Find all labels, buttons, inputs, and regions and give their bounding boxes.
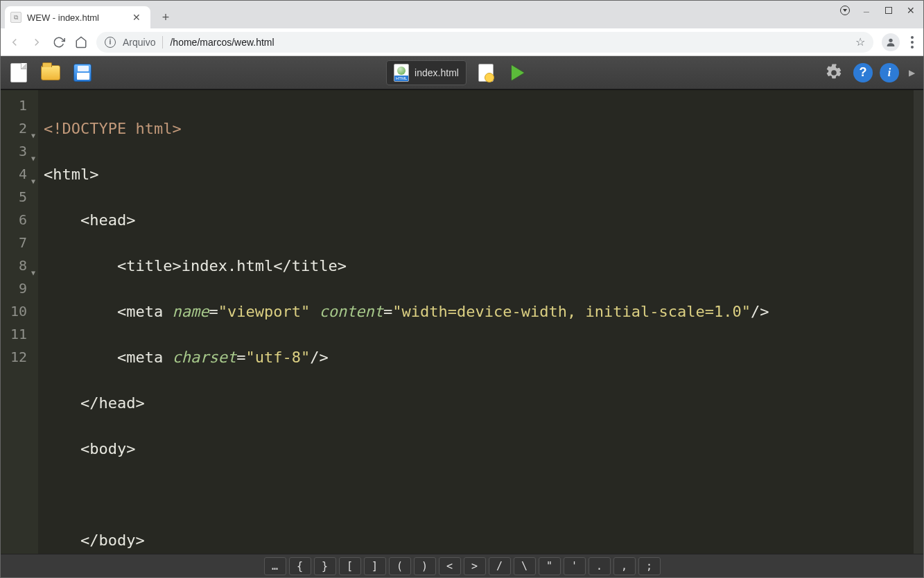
code-token: charset (172, 349, 236, 366)
line-number: 7 (1, 231, 35, 254)
symbol-button[interactable]: > (464, 557, 486, 575)
code-token: <!DOCTYPE html> (44, 120, 182, 137)
back-icon[interactable] (8, 35, 21, 49)
line-number: 3▼ (1, 140, 35, 163)
favicon-icon: ⧉ (10, 12, 21, 23)
symbol-bar: …{}[]()<>/\"'.,; (1, 554, 923, 577)
code-token: <body> (80, 440, 135, 457)
code-token: </title> (273, 257, 347, 274)
vertical-scrollbar[interactable] (914, 90, 923, 554)
settings-button[interactable] (821, 60, 846, 85)
symbol-button[interactable]: / (489, 557, 511, 575)
close-window-icon[interactable]: ✕ (905, 5, 916, 16)
symbol-button[interactable]: . (589, 557, 611, 575)
file-tab[interactable]: index.html (386, 60, 467, 85)
minimize-window-icon[interactable]: _ (861, 2, 872, 13)
symbol-button[interactable]: ' (564, 557, 586, 575)
code-token: <html> (44, 166, 98, 183)
about-button[interactable]: i (880, 63, 899, 82)
preview-icon (478, 64, 494, 82)
code-token: = (236, 349, 245, 366)
code-token: content (319, 303, 383, 320)
separator (162, 36, 163, 49)
new-file-button[interactable] (6, 60, 31, 85)
forward-icon[interactable] (30, 35, 44, 49)
chrome-account-indicator-icon[interactable] (840, 6, 850, 15)
line-number: 5 (1, 186, 35, 209)
code-token: "viewport" (218, 303, 310, 320)
code-token: = (383, 303, 392, 320)
line-gutter: 12▼3▼4▼5678▼9101112 (1, 90, 38, 554)
code-area[interactable]: <!DOCTYPE html> <html> <head> <title>ind… (38, 90, 914, 554)
code-token: </head> (80, 394, 145, 412)
run-play-icon (512, 65, 524, 80)
open-folder-icon (41, 65, 60, 80)
browser-tab[interactable]: ⧉ WEW - index.html ✕ (5, 6, 150, 28)
url-path: /home/marcos/wew.html (170, 37, 848, 48)
symbol-button[interactable]: { (289, 557, 311, 575)
line-number: 9 (1, 277, 35, 300)
browser-menu-icon[interactable] (908, 33, 916, 51)
code-token: /> (751, 303, 769, 320)
save-file-button[interactable] (70, 60, 95, 85)
browser-tabbar: ⧉ WEW - index.html ✕ + _ ✕ (1, 1, 923, 28)
url-scheme-label: Arquivo (123, 37, 155, 48)
preview-button[interactable] (473, 60, 498, 85)
help-button[interactable]: ? (853, 63, 873, 82)
bookmark-star-icon[interactable]: ☆ (855, 35, 865, 49)
code-token: </body> (80, 532, 145, 549)
editor-toolbar: index.html ? i ▶ (1, 56, 923, 89)
symbol-button[interactable]: ) (414, 557, 436, 575)
close-tab-icon[interactable]: ✕ (131, 12, 142, 23)
code-token: <title> (117, 257, 182, 274)
line-number: 2▼ (1, 117, 35, 140)
window-controls: _ ✕ (840, 5, 916, 16)
code-token: "width=device-width, initial-scale=1.0" (392, 303, 751, 320)
browser-addressbar: i Arquivo /home/marcos/wew.html ☆ (1, 28, 923, 56)
symbol-button[interactable]: [ (339, 557, 361, 575)
code-token: "utf-8" (245, 349, 310, 366)
symbol-button[interactable]: ( (389, 557, 411, 575)
site-info-icon[interactable]: i (105, 37, 116, 48)
reload-icon[interactable] (52, 35, 66, 49)
toolbar-overflow-icon[interactable]: ▶ (906, 68, 918, 78)
line-number: 1 (1, 94, 35, 117)
code-token: = (209, 303, 218, 320)
code-token: index.html (182, 257, 273, 274)
line-number: 11 (1, 323, 35, 346)
gear-icon (825, 64, 843, 82)
symbol-button[interactable]: \ (514, 557, 536, 575)
open-file-button[interactable] (38, 60, 63, 85)
tab-title: WEW - index.html (27, 12, 99, 23)
symbol-button[interactable]: … (264, 557, 286, 575)
code-token: <meta (117, 349, 163, 366)
info-icon: i (888, 67, 891, 79)
symbol-button[interactable]: < (439, 557, 461, 575)
save-floppy-icon (73, 64, 91, 82)
code-token: <head> (80, 211, 135, 229)
symbol-button[interactable]: ; (638, 557, 661, 575)
symbol-button[interactable]: ] (364, 557, 386, 575)
editor-app: index.html ? i ▶ 12▼3▼4▼5678▼9101112 <!D… (1, 56, 923, 577)
new-tab-button[interactable]: + (156, 8, 175, 27)
symbol-button[interactable]: " (539, 557, 561, 575)
line-number: 10 (1, 300, 35, 323)
help-icon: ? (860, 65, 867, 80)
svg-point-0 (889, 38, 892, 42)
line-number: 12 (1, 346, 35, 369)
line-number: 4▼ (1, 163, 35, 186)
profile-avatar-icon[interactable] (882, 33, 900, 51)
home-icon[interactable] (74, 35, 88, 49)
symbol-button[interactable]: } (314, 557, 336, 575)
browser-window: ⧉ WEW - index.html ✕ + _ ✕ i Arquivo (0, 0, 924, 578)
line-number: 8▼ (1, 254, 35, 277)
code-token: name (172, 303, 209, 320)
run-button[interactable] (505, 60, 530, 85)
code-token: /> (310, 349, 329, 366)
address-field[interactable]: i Arquivo /home/marcos/wew.html ☆ (96, 32, 873, 53)
html-file-icon (394, 64, 409, 82)
code-editor[interactable]: 12▼3▼4▼5678▼9101112 <!DOCTYPE html> <htm… (1, 89, 923, 554)
new-file-icon (10, 63, 27, 82)
symbol-button[interactable]: , (613, 557, 636, 575)
maximize-window-icon[interactable] (883, 5, 894, 16)
